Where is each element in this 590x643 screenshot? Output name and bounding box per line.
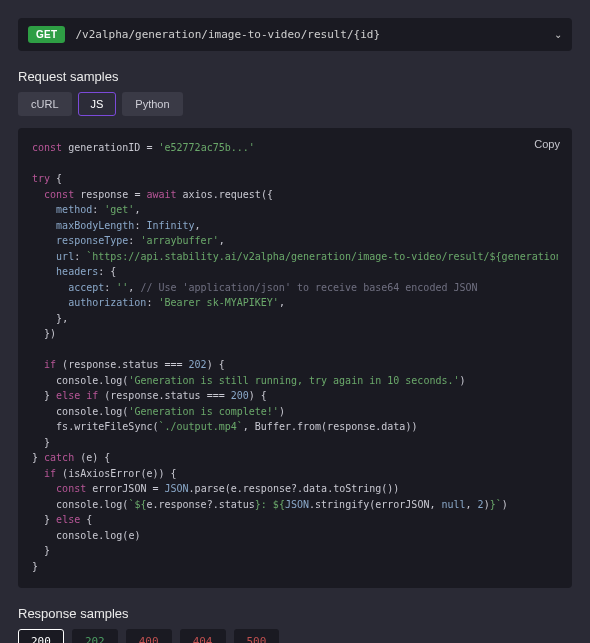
- tab-python[interactable]: Python: [122, 92, 182, 116]
- tab-js[interactable]: JS: [78, 92, 117, 116]
- status-404[interactable]: 404: [180, 629, 226, 643]
- request-samples-tabs: cURL JS Python: [18, 92, 572, 116]
- response-samples-heading: Response samples: [18, 606, 572, 621]
- status-400[interactable]: 400: [126, 629, 172, 643]
- response-status-tabs: 200 202 400 404 500: [18, 629, 572, 643]
- status-202[interactable]: 202: [72, 629, 118, 643]
- tab-curl[interactable]: cURL: [18, 92, 72, 116]
- request-samples-heading: Request samples: [18, 69, 572, 84]
- http-method-badge: GET: [28, 26, 65, 43]
- status-500[interactable]: 500: [234, 629, 280, 643]
- status-200[interactable]: 200: [18, 629, 64, 643]
- chevron-down-icon: ⌄: [554, 29, 562, 40]
- endpoint-bar[interactable]: GET /v2alpha/generation/image-to-video/r…: [18, 18, 572, 51]
- code-block: Copy const generationID = 'e52772ac75b..…: [18, 128, 572, 588]
- copy-button[interactable]: Copy: [534, 138, 560, 150]
- code-content: const generationID = 'e52772ac75b...' tr…: [32, 140, 558, 574]
- endpoint-path: /v2alpha/generation/image-to-video/resul…: [75, 28, 544, 41]
